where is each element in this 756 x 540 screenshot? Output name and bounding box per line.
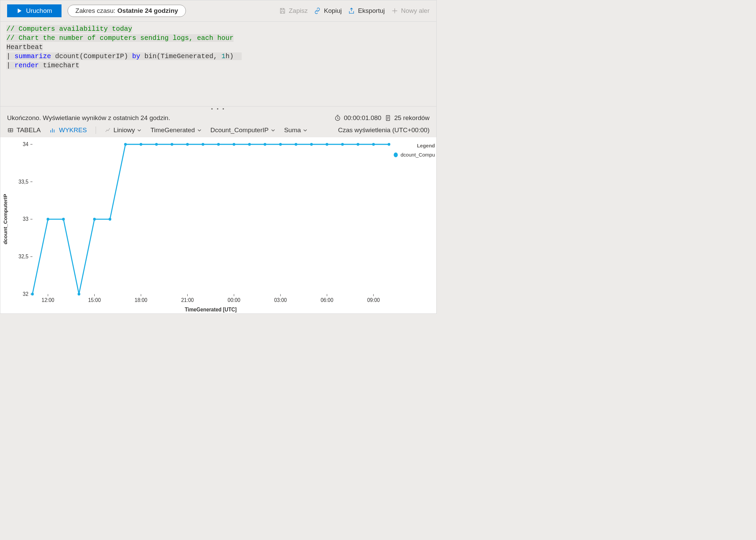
svg-text:15:00: 15:00 bbox=[88, 297, 101, 303]
results-status-bar: Ukończono. Wyświetlanie wyników z ostatn… bbox=[0, 111, 436, 124]
editor-kw: summarize bbox=[15, 52, 51, 60]
svg-point-38 bbox=[155, 143, 158, 146]
legend-title: Legend bbox=[394, 143, 435, 148]
timezone-label: Czas wyświetlenia (UTC+00:00) bbox=[338, 126, 430, 134]
save-label: Zapisz bbox=[289, 7, 308, 15]
svg-point-35 bbox=[108, 218, 111, 220]
svg-text:32,5: 32,5 bbox=[19, 254, 28, 259]
legend-item[interactable]: dcount_Compu bbox=[394, 152, 435, 158]
plus-icon bbox=[391, 7, 398, 15]
records-metric: 25 rekordów bbox=[385, 114, 430, 122]
x-column-dropdown[interactable]: TimeGenerated bbox=[150, 126, 201, 134]
export-icon bbox=[348, 7, 355, 15]
editor-line: // Computers availability today bbox=[6, 25, 132, 33]
svg-point-49 bbox=[326, 143, 328, 146]
svg-text:32: 32 bbox=[23, 291, 28, 297]
y-column-dropdown[interactable]: Dcount_ComputerIP bbox=[211, 126, 275, 134]
duration-value: 00:00:01.080 bbox=[344, 114, 381, 122]
records-value: 25 rekordów bbox=[394, 114, 430, 122]
copy-button[interactable]: Kopiuj bbox=[314, 7, 342, 15]
copy-label: Kopiuj bbox=[324, 7, 342, 15]
line-chart-icon bbox=[105, 127, 112, 134]
svg-text:00:00: 00:00 bbox=[228, 297, 240, 303]
chevron-down-icon bbox=[271, 128, 275, 133]
bar-chart-icon bbox=[49, 127, 56, 134]
time-range-value: Ostatnie 24 godziny bbox=[117, 7, 178, 15]
play-icon bbox=[17, 8, 23, 14]
aggregation-value: Suma bbox=[284, 126, 301, 134]
chart-legend: Legend dcount_Compu bbox=[392, 137, 436, 313]
y-column-value: Dcount_ComputerIP bbox=[211, 126, 269, 134]
svg-point-36 bbox=[124, 143, 127, 146]
chevron-down-icon bbox=[303, 128, 308, 133]
tab-table[interactable]: TABELA bbox=[7, 126, 41, 134]
editor-text: timechart bbox=[39, 62, 79, 69]
legend-swatch bbox=[394, 152, 398, 157]
run-label: Uruchom bbox=[26, 7, 52, 15]
new-alert-button[interactable]: Nowy aler bbox=[391, 7, 430, 15]
svg-point-46 bbox=[279, 143, 282, 146]
editor-pipe: | bbox=[6, 62, 10, 69]
svg-point-45 bbox=[264, 143, 266, 146]
editor-line: // Chart the number of computers sending… bbox=[6, 34, 234, 42]
chevron-down-icon bbox=[137, 128, 142, 133]
time-range-picker[interactable]: Zakres czasu: Ostatnie 24 godziny bbox=[68, 5, 186, 17]
new-alert-label: Nowy aler bbox=[401, 7, 430, 15]
svg-point-37 bbox=[140, 143, 142, 146]
svg-point-51 bbox=[357, 143, 359, 146]
run-button[interactable]: Uruchom bbox=[7, 4, 62, 17]
query-editor[interactable]: // Computers availability today // Chart… bbox=[0, 22, 436, 106]
export-button[interactable]: Eksportuj bbox=[348, 7, 385, 15]
svg-point-34 bbox=[93, 218, 96, 220]
status-text: Ukończono. Wyświetlanie wyników z ostatn… bbox=[7, 114, 170, 122]
svg-point-44 bbox=[248, 143, 251, 146]
tab-chart[interactable]: WYKRES bbox=[49, 126, 87, 134]
svg-point-47 bbox=[295, 143, 297, 146]
editor-text: h) bbox=[225, 52, 234, 60]
svg-point-39 bbox=[171, 143, 173, 146]
chart-type-dropdown[interactable]: Liniowy bbox=[105, 126, 142, 134]
svg-text:33,5: 33,5 bbox=[19, 179, 28, 184]
editor-text: dcount(ComputerIP) bbox=[51, 52, 132, 60]
toolbar: Uruchom Zakres czasu: Ostatnie 24 godzin… bbox=[0, 0, 436, 22]
aggregation-dropdown[interactable]: Suma bbox=[284, 126, 308, 134]
timer-icon bbox=[334, 115, 341, 121]
save-icon bbox=[279, 7, 286, 15]
tab-table-label: TABELA bbox=[17, 126, 41, 134]
svg-text:09:00: 09:00 bbox=[367, 297, 380, 303]
chart-canvas: 3232,53333,53412:0015:0018:0021:0000:000… bbox=[0, 137, 392, 313]
line-chart-svg: 3232,53333,53412:0015:0018:0021:0000:000… bbox=[0, 137, 392, 313]
tab-chart-label: WYKRES bbox=[59, 126, 87, 134]
svg-point-52 bbox=[372, 143, 375, 146]
editor-kw: render bbox=[15, 62, 39, 69]
svg-point-31 bbox=[47, 218, 49, 220]
svg-text:34: 34 bbox=[23, 141, 28, 147]
svg-text:18:00: 18:00 bbox=[135, 297, 147, 303]
x-column-value: TimeGenerated bbox=[150, 126, 195, 134]
svg-point-41 bbox=[202, 143, 204, 146]
svg-point-40 bbox=[186, 143, 189, 146]
editor-lit: 1 bbox=[221, 52, 225, 60]
svg-text:06:00: 06:00 bbox=[321, 297, 333, 303]
editor-line: Heartbeat bbox=[6, 43, 43, 51]
svg-text:TimeGenerated [UTC]: TimeGenerated [UTC] bbox=[185, 306, 237, 312]
editor-kw: by bbox=[132, 52, 140, 60]
time-range-prefix: Zakres czasu: bbox=[75, 7, 115, 15]
svg-point-30 bbox=[31, 293, 34, 296]
export-label: Eksportuj bbox=[358, 7, 385, 15]
svg-text:03:00: 03:00 bbox=[274, 297, 287, 303]
svg-point-42 bbox=[217, 143, 220, 146]
svg-text:12:00: 12:00 bbox=[42, 297, 54, 303]
duration-metric: 00:00:01.080 bbox=[334, 114, 381, 122]
save-button: Zapisz bbox=[279, 7, 308, 15]
svg-point-50 bbox=[341, 143, 344, 146]
editor-text: bin(TimeGenerated, bbox=[140, 52, 221, 60]
svg-point-53 bbox=[388, 143, 390, 146]
legend-series-label: dcount_Compu bbox=[400, 152, 435, 158]
svg-point-32 bbox=[62, 218, 65, 220]
svg-point-33 bbox=[78, 293, 80, 296]
svg-text:dcount_ComputerIP: dcount_ComputerIP bbox=[2, 194, 8, 244]
pane-splitter[interactable]: • • • bbox=[0, 106, 436, 111]
separator bbox=[96, 126, 96, 134]
chevron-down-icon bbox=[197, 128, 202, 133]
